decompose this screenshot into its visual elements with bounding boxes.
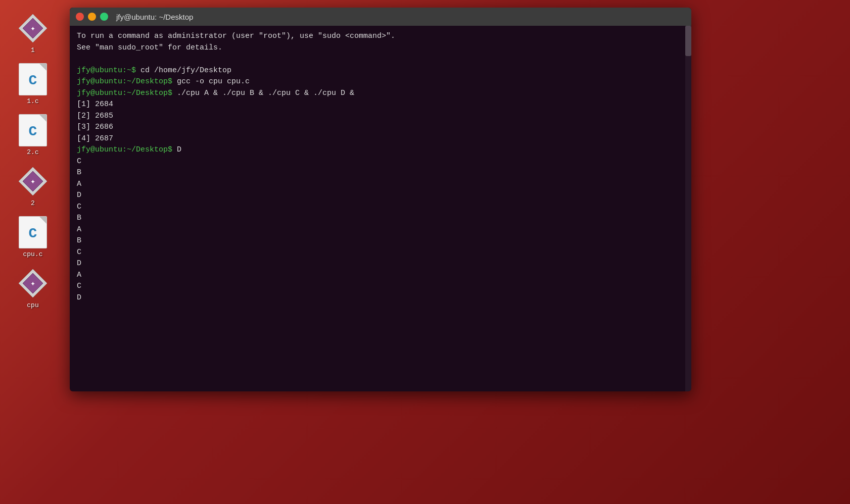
output-line-0: To run a command as administrator (user … — [77, 31, 684, 42]
icon-shape-1: ✦ — [17, 12, 49, 44]
diamond-svg-1: ✦ — [18, 13, 48, 43]
diamond-svg-2: ✦ — [18, 166, 48, 196]
output-b3: B — [77, 235, 684, 247]
output-c1: C — [77, 156, 684, 168]
svg-text:✦: ✦ — [30, 24, 35, 33]
output-b1: B — [77, 167, 684, 179]
desktop-icon-2c[interactable]: C 2.c — [15, 112, 51, 158]
cmd-line-cpu: jfy@ubuntu:~/Desktop$ ./cpu A & ./cpu B … — [77, 88, 684, 99]
close-button[interactable] — [76, 13, 84, 21]
c-file-shape-1c: C — [19, 63, 47, 95]
output-d3: D — [77, 292, 684, 304]
c-file-shape-cpuc: C — [19, 216, 47, 248]
scrollbar[interactable] — [685, 26, 691, 391]
output-job-3: [3] 2686 — [77, 122, 684, 133]
output-d1: D — [77, 190, 684, 201]
icon-shape-2c: C — [17, 114, 49, 146]
output-d2: D — [77, 258, 684, 270]
icon-label-1c: 1.c — [27, 97, 38, 105]
terminal-title: jfy@ubuntu: ~/Desktop — [116, 13, 193, 21]
svg-text:✦: ✦ — [30, 279, 35, 288]
icon-label-cpuc: cpu.c — [23, 250, 42, 258]
output-b2: B — [77, 213, 684, 224]
output-job-2: [2] 2685 — [77, 111, 684, 122]
diamond-svg-cpu: ✦ — [18, 268, 48, 298]
c-file-letter-2c: C — [29, 124, 37, 139]
cmd-gcc: gcc -o cpu cpu.c — [177, 77, 250, 86]
cmd-d: D — [177, 145, 181, 154]
output-job-1: [1] 2684 — [77, 99, 684, 111]
output-a3: A — [77, 270, 684, 281]
icon-label-2c: 2.c — [27, 148, 38, 156]
desktop-icon-1c[interactable]: C 1.c — [15, 61, 51, 107]
desktop-icon-cpuc[interactable]: C cpu.c — [15, 214, 51, 260]
output-c4: C — [77, 281, 684, 292]
maximize-button[interactable] — [100, 13, 108, 21]
svg-text:✦: ✦ — [30, 177, 35, 186]
output-c2: C — [77, 201, 684, 213]
cmd-cpu: ./cpu A & ./cpu B & ./cpu C & ./cpu D & — [177, 89, 354, 97]
prompt-gcc: jfy@ubuntu:~/Desktop$ — [77, 77, 177, 86]
icon-shape-cpu: ✦ — [17, 267, 49, 299]
icon-shape-1c: C — [17, 63, 49, 95]
cmd-cd: cd /home/jfy/Desktop — [140, 66, 231, 75]
c-file-letter-1c: C — [29, 73, 37, 88]
icon-shape-cpuc: C — [17, 216, 49, 248]
prompt-d: jfy@ubuntu:~/Desktop$ — [77, 145, 177, 154]
icon-shape-2: ✦ — [17, 165, 49, 197]
icon-label-1: 1 — [31, 46, 35, 54]
minimize-button[interactable] — [88, 13, 96, 21]
terminal-window: jfy@ubuntu: ~/Desktop To run a command a… — [70, 8, 691, 391]
cmd-line-gcc: jfy@ubuntu:~/Desktop$ gcc -o cpu cpu.c — [77, 76, 684, 88]
scrollbar-thumb[interactable] — [685, 26, 691, 56]
desktop-icon-2[interactable]: ✦ 2 — [15, 163, 51, 209]
output-c3: C — [77, 247, 684, 259]
terminal-titlebar: jfy@ubuntu: ~/Desktop — [70, 8, 691, 26]
desktop-icons: ✦ 1 C 1.c C 2.c ✦ 2 — [0, 0, 66, 504]
terminal-body[interactable]: To run a command as administrator (user … — [70, 26, 691, 391]
icon-label-2: 2 — [31, 199, 35, 207]
cmd-line-d: jfy@ubuntu:~/Desktop$ D — [77, 144, 684, 156]
c-file-letter-cpuc: C — [29, 226, 37, 241]
prompt-cd: jfy@ubuntu:~$ — [77, 66, 140, 75]
output-a2: A — [77, 224, 684, 236]
output-line-1: See "man sudo_root" for details. — [77, 42, 684, 54]
blank-line — [77, 54, 684, 65]
prompt-cpu: jfy@ubuntu:~/Desktop$ — [77, 89, 177, 97]
output-job-4: [4] 2687 — [77, 133, 684, 145]
output-a1: A — [77, 179, 684, 190]
desktop-icon-1[interactable]: ✦ 1 — [15, 10, 51, 56]
c-file-shape-2c: C — [19, 114, 47, 146]
desktop-icon-cpu[interactable]: ✦ cpu — [15, 265, 51, 311]
icon-label-cpu: cpu — [27, 301, 38, 309]
cmd-line-cd: jfy@ubuntu:~$ cd /home/jfy/Desktop — [77, 65, 684, 77]
